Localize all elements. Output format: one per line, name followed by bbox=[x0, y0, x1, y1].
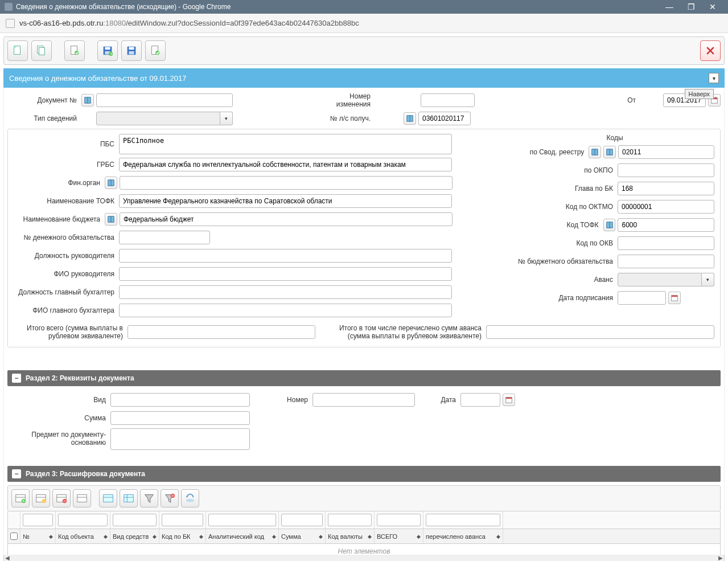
fin-organ-input[interactable] bbox=[120, 176, 453, 190]
naverh-button[interactable]: Наверх bbox=[685, 89, 714, 99]
data-calendar-icon[interactable] bbox=[503, 394, 515, 406]
grid-col-3[interactable]: Код по БК◆ bbox=[159, 529, 206, 543]
avans-dropdown-icon[interactable] bbox=[702, 273, 714, 286]
filter-col-7[interactable] bbox=[377, 514, 421, 526]
glav-buh-dolzhnost-input[interactable] bbox=[119, 285, 452, 299]
budget-name-input[interactable] bbox=[120, 212, 453, 226]
grid-btn-filter[interactable] bbox=[140, 489, 158, 507]
filter-col-0[interactable] bbox=[23, 514, 53, 526]
toolbar-btn-6[interactable] bbox=[145, 40, 166, 61]
ruk-dolzhnost-input[interactable] bbox=[119, 249, 452, 263]
summa-input[interactable] bbox=[110, 411, 250, 425]
okv-input[interactable] bbox=[618, 236, 714, 250]
section2-title: Раздел 2: Реквизиты документа bbox=[26, 374, 134, 382]
label-nomer-izmeneniya: Номер изменения bbox=[324, 92, 375, 108]
toolbar-btn-1[interactable] bbox=[7, 40, 28, 61]
ls-no-input[interactable] bbox=[418, 112, 471, 125]
save-button-2[interactable] bbox=[121, 40, 142, 61]
section3-collapse-icon[interactable]: − bbox=[12, 469, 21, 478]
minimize-button[interactable]: — bbox=[659, 2, 680, 11]
grid-btn-delete[interactable] bbox=[52, 489, 71, 507]
grid-checkbox-all[interactable] bbox=[10, 533, 18, 540]
grid-header-row: №◆ Код объекта◆ Вид средств◆ Код по БК◆ … bbox=[7, 529, 721, 544]
grid-btn-edit[interactable] bbox=[32, 489, 50, 507]
grid-col-4[interactable]: Аналитический код◆ bbox=[206, 529, 279, 543]
grid-col-5[interactable]: Сумма◆ bbox=[279, 529, 326, 543]
window-close-button[interactable]: ✕ bbox=[702, 2, 723, 11]
label-predmet: Предмет по документу-основанию bbox=[11, 428, 110, 447]
doc-no-input[interactable] bbox=[96, 93, 233, 107]
avans-combo[interactable] bbox=[618, 273, 714, 286]
svg-rect-32 bbox=[77, 495, 87, 502]
vid-input[interactable] bbox=[110, 393, 250, 407]
itogo-avansa-input[interactable] bbox=[486, 325, 714, 339]
grid-col-0[interactable]: №◆ bbox=[20, 529, 56, 543]
section3-title: Раздел 3: Расшифровка документа bbox=[26, 470, 145, 478]
save-button-1[interactable] bbox=[97, 40, 118, 61]
grid-col-2[interactable]: Вид средств◆ bbox=[110, 529, 159, 543]
section-main-fields: ПБС ГРБС Фин.орган Наименование ТОФК bbox=[7, 129, 721, 347]
tip-svedeniy-combo[interactable] bbox=[96, 112, 233, 125]
tofk-name-input[interactable] bbox=[119, 194, 452, 208]
svod-lookup-icon-1[interactable] bbox=[589, 146, 601, 158]
label-budzh-obyaz-no: № бюджетного обязательства bbox=[515, 257, 618, 265]
pbs-input[interactable] bbox=[119, 134, 452, 154]
predmet-input[interactable] bbox=[110, 428, 250, 450]
svg-rect-10 bbox=[129, 47, 134, 50]
den-obyaz-no-input[interactable] bbox=[119, 231, 210, 244]
filter-col-2[interactable] bbox=[113, 514, 157, 526]
oktmo-input[interactable] bbox=[618, 200, 714, 214]
budget-lookup-icon[interactable] bbox=[105, 213, 117, 226]
grid-btn-filter-clear[interactable] bbox=[161, 489, 179, 507]
filter-col-1[interactable] bbox=[58, 514, 108, 526]
grid-btn-5[interactable] bbox=[99, 489, 117, 507]
toolbar-btn-2[interactable] bbox=[31, 40, 52, 61]
budzh-obyaz-no-input[interactable] bbox=[618, 255, 714, 268]
filter-col-4[interactable] bbox=[208, 514, 276, 526]
window-title: Сведения о денежном обязательстве (исход… bbox=[16, 3, 231, 11]
grbs-input[interactable] bbox=[119, 158, 452, 171]
horizontal-scrollbar[interactable] bbox=[3, 555, 725, 561]
nomer-input[interactable] bbox=[312, 393, 415, 407]
grid-col-7[interactable]: ВСЕГО◆ bbox=[375, 529, 423, 543]
header-collapse-button[interactable] bbox=[709, 73, 719, 83]
avans-input[interactable] bbox=[618, 273, 702, 286]
grid-btn-copy[interactable] bbox=[73, 489, 91, 507]
doc-no-lookup-icon[interactable] bbox=[81, 94, 94, 107]
tip-svedeniy-dropdown-icon[interactable] bbox=[220, 112, 233, 125]
glava-bk-input[interactable] bbox=[618, 182, 714, 195]
svod-lookup-icon-2[interactable] bbox=[603, 146, 616, 158]
label-tip-svedeniy: Тип сведений bbox=[7, 114, 81, 122]
svod-reestr-input[interactable] bbox=[618, 145, 714, 159]
maximize-button[interactable]: ❐ bbox=[680, 2, 702, 11]
grid-col-1[interactable]: Код объекта◆ bbox=[56, 529, 110, 543]
kod-tofk-input[interactable] bbox=[618, 218, 714, 232]
grid-col-6[interactable]: Код валюты◆ bbox=[326, 529, 375, 543]
itogo-vsego-input[interactable] bbox=[127, 325, 315, 339]
data-podpis-calendar-icon[interactable] bbox=[668, 292, 681, 304]
filter-col-5[interactable] bbox=[281, 514, 323, 526]
toolbar-btn-3[interactable] bbox=[64, 40, 85, 61]
filter-col-6[interactable] bbox=[328, 514, 372, 526]
grid-col-8[interactable]: перечислено аванса◆ bbox=[423, 529, 503, 543]
grid-btn-refresh[interactable] bbox=[181, 489, 199, 507]
main-toolbar bbox=[3, 36, 725, 65]
data-podpis-input[interactable] bbox=[618, 291, 666, 305]
label-pbs: ПБС bbox=[14, 140, 119, 148]
section2-collapse-icon[interactable]: − bbox=[12, 374, 21, 383]
kod-tofk-lookup-icon[interactable] bbox=[603, 219, 616, 231]
glav-buh-fio-input[interactable] bbox=[119, 304, 452, 317]
ruk-fio-input[interactable] bbox=[119, 267, 452, 281]
nomer-izmeneniya-input[interactable] bbox=[421, 93, 475, 107]
grid-btn-add[interactable] bbox=[11, 489, 30, 507]
filter-col-3[interactable] bbox=[162, 514, 203, 526]
grid-btn-6[interactable] bbox=[120, 489, 138, 507]
filter-col-8[interactable] bbox=[426, 514, 500, 526]
fin-organ-lookup-icon[interactable] bbox=[105, 177, 117, 189]
ls-lookup-icon[interactable] bbox=[404, 112, 416, 125]
okpo-input[interactable] bbox=[618, 163, 714, 177]
document-header-title: Сведения о денежном обязательстве от 09.… bbox=[9, 74, 187, 83]
data-input[interactable] bbox=[460, 393, 500, 407]
close-button[interactable] bbox=[700, 40, 721, 61]
tip-svedeniy-input[interactable] bbox=[96, 112, 220, 125]
